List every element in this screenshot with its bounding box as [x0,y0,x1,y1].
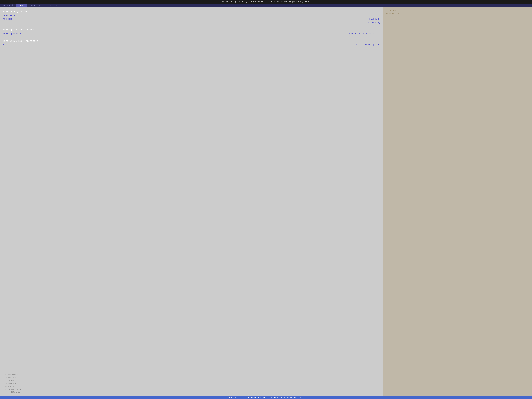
tab-boot-label: Boot [19,4,24,6]
hard-drive-bbs-label: Hard Drive BBS Priorities [3,40,38,42]
boot-option-1-value: [SATA: INTEL SSDSC2...] [348,33,380,35]
title-text: Aptio Setup Utility - Copyright (C) 2008… [222,1,310,3]
uefi-boot-item[interactable]: UEFI Boot [3,14,380,17]
key-change-opt: +/-: Change Opt. [2,382,530,385]
boot-option-1-item[interactable]: Boot Option #1 [SATA: INTEL SSDSC2...] [3,32,380,36]
delete-boot-arrow: ► [3,44,4,46]
help-top: Set the Boot Device Priority [385,9,530,15]
key-help-section: ←→: Select Screen ↑↓: Select Item Enter:… [2,374,530,394]
boot-config-section: Boot Configuration UEFI Boot PXE ROM [En… [3,10,380,24]
hard-drive-bbs-item[interactable]: Hard Drive BBS Priorities [3,39,380,43]
tab-boot[interactable]: Boot [16,4,27,7]
uefi-boot-value-row: [Disabled] [3,21,380,24]
key-select-item: ↑↓: Select Item [2,376,530,379]
boot-option-1-label: Boot Option #1 [3,33,23,35]
title-bar: Aptio Setup Utility - Copyright (C) 2008… [0,0,532,4]
pxe-rom-value-enabled: [Enabled] [368,18,380,20]
uefi-boot-value: [Disabled] [366,21,380,24]
right-panel: Set the Boot Device Priority ←→: Select … [383,7,532,396]
help-text-line2: Device Priority [385,13,530,15]
hard-drive-section: Hard Drive BBS Priorities ► Delete Boot … [3,39,380,46]
key-save-exit: F10: Save ESC: Exit [2,391,530,394]
key-enter-select: Enter: Select [2,379,530,382]
tab-advanced-label: Advanced [3,4,13,6]
status-bar: Version 1.28.1119. Copyright (C) 2008 Am… [0,396,532,399]
main-content: Boot Configuration UEFI Boot PXE ROM [En… [0,7,532,396]
left-panel: Boot Configuration UEFI Boot PXE ROM [En… [0,7,383,396]
tab-save-exit-label: Save & Exit [46,4,60,6]
boot-option-priorities-section: Boot Option Priorities Boot Option #1 [S… [3,28,380,36]
key-optimized-default: F9: Optimized Default [2,388,530,391]
tab-advanced[interactable]: Advanced [0,4,16,7]
boot-option-priorities-header: Boot Option Priorities [3,29,34,31]
tab-save-exit[interactable]: Save & Exit [43,4,63,7]
key-general-help: F1: General Help [2,385,530,388]
boot-config-header: Boot Configuration [3,10,28,13]
tab-security[interactable]: Security [27,4,43,7]
tab-security-label: Security [30,4,40,6]
bios-screen: Aptio Setup Utility - Copyright (C) 2008… [0,0,532,399]
key-select-screen: ←→: Select Screen [2,374,530,376]
boot-config-header-item: Boot Configuration [3,10,380,14]
pxe-rom-item[interactable]: PXE ROM [Enabled] [3,18,380,21]
pxe-rom-label: PXE ROM [3,18,13,20]
delete-boot-option-label: Delete Boot Option [355,44,380,46]
delete-boot-option-item[interactable]: ► Delete Boot Option [3,43,380,46]
uefi-boot-label: UEFI Boot [3,14,15,17]
nav-tabs[interactable]: Advanced Boot Security Save & Exit [0,4,532,7]
help-text-line1: Set the Boot [385,9,530,12]
boot-option-priorities-header-item: Boot Option Priorities [3,28,380,32]
status-bar-text: Version 1.28.1119. Copyright (C) 2008 Am… [229,396,303,398]
